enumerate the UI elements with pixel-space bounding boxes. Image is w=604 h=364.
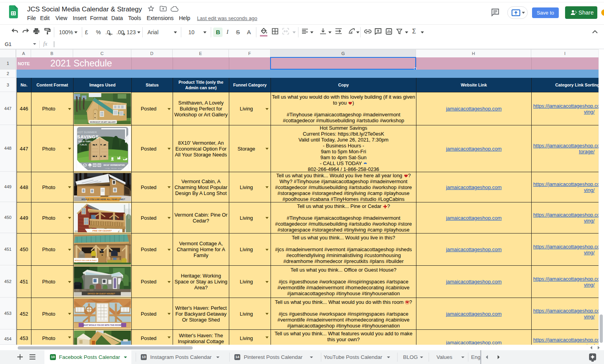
svg-text:8X10' VERMONTER: 8X10' VERMONTER [103, 164, 125, 166]
svg-text:WOULD YOU LIVE HERE ALL YEAR L: WOULD YOU LIVE HERE ALL YEAR LONG? [81, 198, 125, 200]
svg-text:PINE OR CEDAR?: PINE OR CEDAR? [92, 230, 112, 232]
svg-text:- LOCAL - PRICING - HOURS -: - LOCAL - PRICING - HOURS - [105, 168, 124, 169]
svg-text:VALID THRU: VALID THRU [78, 140, 91, 143]
svg-text:WORKSHOP OR ART GALLERY: WORKSHOP OR ART GALLERY [90, 121, 116, 123]
svg-text:OFFICE OR GUEST HOUSE?: OFFICE OR GUEST HOUSE? [88, 292, 116, 295]
svg-text:WOULD YOU LIVE IN THIS?: WOULD YOU LIVE IN THIS? [75, 259, 97, 261]
svg-text:SAVINGS: SAVINGS [77, 134, 99, 139]
svg-text:HOT SUMMER: HOT SUMMER [77, 131, 97, 134]
svg-text:7.26.21: 7.26.21 [80, 143, 87, 146]
svg-text:WHAT WOULD YOU DO WITH THIS RO: WHAT WOULD YOU DO WITH THIS ROOM? [83, 324, 122, 326]
